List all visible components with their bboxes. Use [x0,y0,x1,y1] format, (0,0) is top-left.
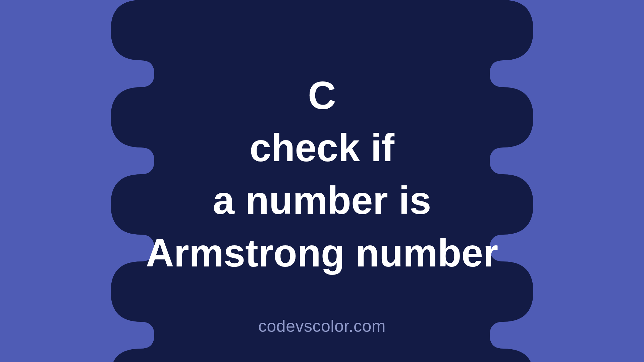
footer-credit: codevscolor.com [0,316,644,336]
banner-title: C check if a number is Armstrong number [146,69,498,279]
title-line-4: Armstrong number [146,227,498,280]
title-line-1: C [146,69,498,122]
title-line-3: a number is [146,174,498,227]
title-line-2: check if [146,122,498,174]
banner-content: C check if a number is Armstrong number [0,0,644,362]
